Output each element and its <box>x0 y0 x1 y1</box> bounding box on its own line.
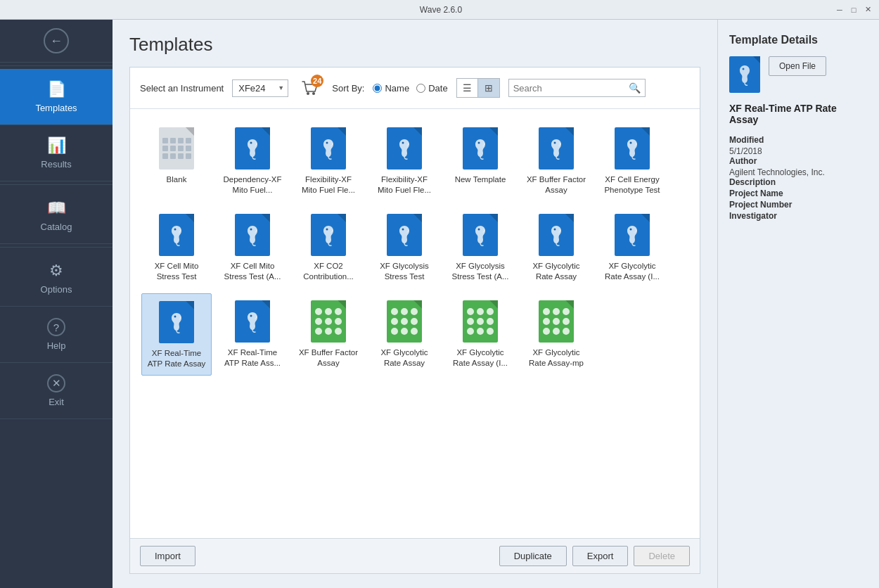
detail-field-label: Description <box>729 177 868 187</box>
detail-field: Project Number <box>729 200 868 211</box>
catalog-icon: 📖 <box>47 199 66 217</box>
template-label: XF Real-Time ATP Rate Ass... <box>222 347 283 369</box>
svg-point-10 <box>326 228 328 230</box>
detail-field-label: Project Name <box>729 188 868 198</box>
sidebar-label-results: Results <box>41 159 71 170</box>
sidebar-item-exit[interactable]: ✕ Exit <box>0 363 113 419</box>
detail-fields: Modified 5/1/2018Author Agilent Technolo… <box>729 135 868 222</box>
svg-point-7 <box>630 142 632 144</box>
sort-name-option[interactable]: Name <box>373 83 409 94</box>
template-item[interactable]: XF Glycolytic Rate Assay <box>521 207 591 288</box>
template-label: XF Glycolysis Stress Test (A... <box>449 261 511 282</box>
template-item[interactable]: Flexibility-XF Mito Fuel Fle... <box>293 120 364 201</box>
template-item[interactable]: XF Glycolytic Rate Assay (I... <box>597 207 667 288</box>
template-label: Blank <box>167 174 187 185</box>
maximize-button[interactable]: □ <box>848 4 859 15</box>
sort-date-option[interactable]: Date <box>416 83 447 94</box>
exit-icon: ✕ <box>47 374 65 392</box>
template-item[interactable]: XF Buffer Factor Assay <box>521 120 591 201</box>
delete-button[interactable]: Delete <box>634 546 690 566</box>
template-item[interactable]: Dependency-XF Mito Fuel... <box>217 120 288 201</box>
template-label: XF Buffer Factor Assay <box>297 347 359 369</box>
detail-field: Description <box>729 177 868 188</box>
instrument-select-wrapper[interactable]: XFe24 XFe96 XF24 <box>232 79 288 97</box>
sidebar-item-back[interactable]: ← <box>0 20 113 63</box>
template-item[interactable]: XF CO2 Contribution... <box>293 207 364 288</box>
template-item[interactable]: XF Buffer Factor Assay <box>293 293 364 376</box>
detail-seahorse-icon <box>735 63 755 87</box>
grid-view-btn[interactable]: ⊞ <box>478 79 499 97</box>
detail-field: Author Agilent Technologies, Inc. <box>729 156 868 177</box>
export-button[interactable]: Export <box>572 546 629 566</box>
sidebar-item-results[interactable]: 📊 Results <box>0 125 113 181</box>
bottom-bar: Import Duplicate Export Delete <box>130 538 700 573</box>
search-icon[interactable]: 🔍 <box>629 82 641 94</box>
template-label: XF Buffer Factor Assay <box>525 174 587 196</box>
sidebar-label-options: Options <box>41 284 72 295</box>
template-label: Flexibility-XF Mito Fuel Fle... <box>373 174 435 196</box>
svg-point-12 <box>478 228 480 230</box>
sort-date-radio[interactable] <box>416 84 425 93</box>
template-item[interactable]: XF Glycolysis Stress Test (A... <box>445 207 515 288</box>
template-item[interactable]: XF Cell Mito Stress Test <box>141 207 212 288</box>
sidebar-item-options[interactable]: ⚙ Options <box>0 250 113 307</box>
template-item[interactable]: XF Cell Energy Phenotype Test <box>597 120 667 201</box>
template-label: XF CO2 Contribution... <box>297 261 359 282</box>
template-label: Flexibility-XF Mito Fuel Fle... <box>297 174 359 196</box>
search-box: 🔍 <box>508 79 646 97</box>
sidebar-label-exit: Exit <box>49 397 64 407</box>
right-panel: Template Details Open File XF Real-Time … <box>717 20 879 588</box>
instrument-select[interactable]: XFe24 XFe96 XF24 <box>232 79 288 97</box>
minimize-button[interactable]: ─ <box>834 4 845 15</box>
import-button[interactable]: Import <box>140 546 195 566</box>
template-label: XF Glycolytic Rate Assay (I... <box>449 347 511 369</box>
window-controls: ─ □ ✕ <box>834 4 873 15</box>
cart-badge: 24 <box>311 75 323 87</box>
svg-point-11 <box>402 228 404 230</box>
page-title: Templates <box>129 34 700 56</box>
detail-field-label: Modified <box>729 135 868 145</box>
sidebar-label-catalog: Catalog <box>41 222 72 232</box>
app-title: Wave 2.6.0 <box>48 5 834 15</box>
instrument-label: Select an Instrument <box>140 83 224 94</box>
template-item[interactable]: XF Cell Mito Stress Test (A... <box>217 207 288 288</box>
template-grid: Blank Dependency-XF Mito Fuel... Flexibi… <box>130 109 700 538</box>
template-item[interactable]: XF Glycolytic Rate Assay (I... <box>445 293 515 376</box>
sidebar-item-catalog[interactable]: 📖 Catalog <box>0 188 113 244</box>
duplicate-button[interactable]: Duplicate <box>499 546 567 566</box>
template-label: XF Cell Mito Stress Test (A... <box>222 261 283 282</box>
search-input[interactable] <box>513 83 626 94</box>
open-file-button[interactable]: Open File <box>769 56 826 76</box>
sidebar-item-templates[interactable]: 📄 Templates <box>0 69 113 125</box>
detail-field-value: Agilent Technologies, Inc. <box>729 167 868 177</box>
template-label: XF Glycolytic Rate Assay <box>373 347 435 369</box>
template-item[interactable]: XF Glycolytic Rate Assay <box>369 293 440 376</box>
template-item[interactable]: XF Real-Time ATP Rate Assay <box>141 293 212 376</box>
sidebar-label-help: Help <box>47 340 66 351</box>
template-label: XF Glycolytic Rate Assay <box>525 261 587 282</box>
template-label: XF Cell Mito Stress Test <box>146 261 207 282</box>
app-body: ← 📄 Templates 📊 Results 📖 Catalog ⚙ Opti… <box>0 20 879 588</box>
help-icon: ? <box>47 318 65 336</box>
template-label: XF Glycolytic Rate Assay-mp <box>525 347 587 369</box>
detail-file-icon <box>729 56 760 93</box>
template-item[interactable]: New Template <box>445 120 515 201</box>
template-item[interactable]: XF Glycolysis Stress Test <box>369 207 440 288</box>
list-view-btn[interactable]: ☰ <box>457 79 478 97</box>
panel-title: Template Details <box>729 34 868 46</box>
template-item[interactable]: Flexibility-XF Mito Fuel Fle... <box>369 120 440 201</box>
options-icon: ⚙ <box>49 262 63 280</box>
template-item[interactable]: XF Glycolytic Rate Assay-mp <box>521 293 591 376</box>
close-button[interactable]: ✕ <box>862 4 873 15</box>
sort-radio-group: Name Date <box>373 83 447 94</box>
template-item[interactable]: XF Real-Time ATP Rate Ass... <box>217 293 288 376</box>
svg-point-1 <box>312 92 315 95</box>
sidebar-item-help[interactable]: ? Help <box>0 307 113 363</box>
template-label: XF Glycolytic Rate Assay (I... <box>601 261 663 282</box>
sort-name-radio[interactable] <box>373 84 382 93</box>
cart-icon-wrapper[interactable]: 24 <box>297 75 323 101</box>
template-label: XF Real-Time ATP Rate Assay <box>146 348 207 369</box>
svg-point-9 <box>250 228 252 230</box>
template-item[interactable]: Blank <box>141 120 212 201</box>
detail-field-label: Investigator <box>729 211 868 221</box>
